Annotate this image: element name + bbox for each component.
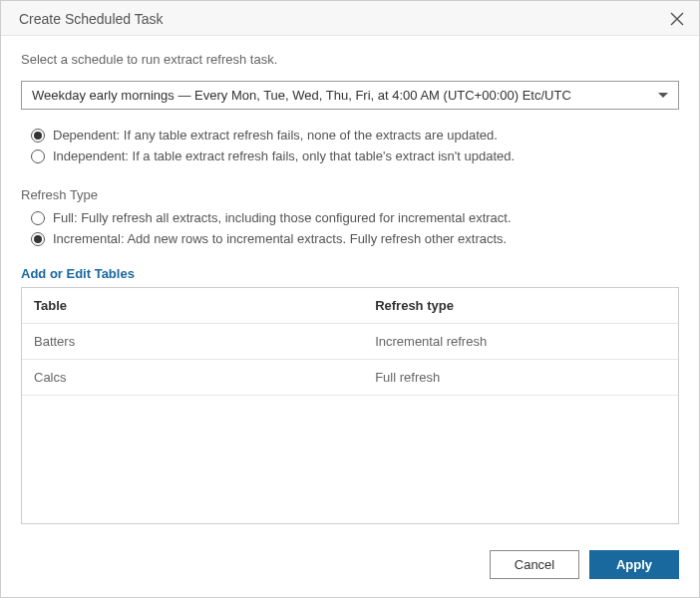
- column-header-refresh-type: Refresh type: [363, 288, 678, 323]
- apply-button[interactable]: Apply: [589, 550, 679, 579]
- table-header-row: Table Refresh type: [22, 288, 678, 324]
- dialog-body: Select a schedule to run extract refresh…: [1, 36, 699, 538]
- cancel-button[interactable]: Cancel: [490, 550, 579, 579]
- add-edit-tables-link[interactable]: Add or Edit Tables: [21, 266, 679, 281]
- cell-table-name: Calcs: [22, 360, 363, 395]
- cell-table-name: Batters: [22, 324, 363, 359]
- schedule-select[interactable]: Weekday early mornings — Every Mon, Tue,…: [21, 81, 679, 110]
- radio-icon: [31, 211, 45, 225]
- dialog-footer: Cancel Apply: [1, 538, 699, 597]
- radio-icon: [31, 150, 45, 163]
- radio-label: Dependent: If any table extract refresh …: [53, 128, 498, 143]
- prompt-text: Select a schedule to run extract refresh…: [21, 52, 679, 67]
- dialog-header: Create Scheduled Task: [1, 1, 699, 36]
- radio-dependent[interactable]: Dependent: If any table extract refresh …: [21, 128, 679, 143]
- radio-label: Incremental: Add new rows to incremental…: [53, 231, 507, 246]
- radio-label: Independent: If a table extract refresh …: [53, 149, 515, 163]
- radio-full-refresh[interactable]: Full: Fully refresh all extracts, includ…: [21, 210, 679, 225]
- radio-label: Full: Fully refresh all extracts, includ…: [53, 210, 512, 225]
- dependency-radio-group: Dependent: If any table extract refresh …: [21, 128, 679, 169]
- schedule-selected-value: Weekday early mornings — Every Mon, Tue,…: [32, 88, 571, 103]
- radio-incremental-refresh[interactable]: Incremental: Add new rows to incremental…: [21, 231, 679, 246]
- radio-independent[interactable]: Independent: If a table extract refresh …: [21, 149, 679, 163]
- table-row: Batters Incremental refresh: [22, 324, 678, 360]
- chevron-down-icon: [658, 93, 668, 98]
- refresh-type-heading: Refresh Type: [21, 187, 679, 202]
- column-header-table: Table: [22, 288, 363, 323]
- create-scheduled-task-dialog: Create Scheduled Task Select a schedule …: [0, 0, 700, 598]
- refresh-type-radio-group: Full: Fully refresh all extracts, includ…: [21, 210, 679, 252]
- tables-list: Table Refresh type Batters Incremental r…: [21, 287, 679, 524]
- cell-refresh-type: Incremental refresh: [363, 324, 678, 359]
- close-icon[interactable]: [669, 11, 685, 27]
- table-row: Calcs Full refresh: [22, 360, 678, 396]
- radio-icon: [31, 129, 45, 143]
- cell-refresh-type: Full refresh: [363, 360, 678, 395]
- radio-icon: [31, 232, 45, 246]
- dialog-title: Create Scheduled Task: [19, 11, 164, 27]
